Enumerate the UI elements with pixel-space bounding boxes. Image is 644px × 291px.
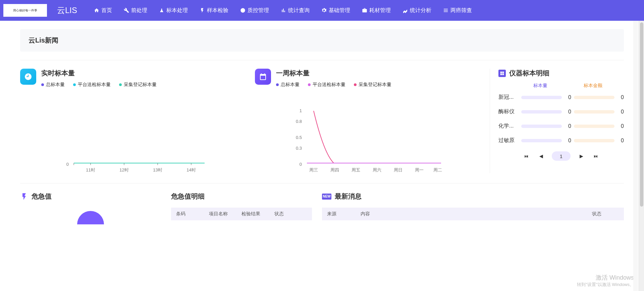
legend-item: 总标本量	[41, 82, 65, 88]
inst-name: 过敏原	[498, 137, 519, 144]
col-header: 状态	[274, 211, 307, 217]
list-icon	[443, 8, 448, 13]
amount-bar	[574, 125, 614, 128]
chart-legend: 总标本量 平台送检标本量 采集登记标本量	[276, 82, 480, 88]
logo: 用心做好每一件事	[3, 4, 47, 17]
instrument-row: 新冠... 0 0	[498, 94, 624, 101]
inst-name: 酶标仪	[498, 108, 519, 115]
col-header: 项目名称	[209, 211, 242, 217]
qty-val: 0	[565, 138, 571, 144]
nav-stats-analysis[interactable]: 统计分析	[402, 7, 431, 14]
brand-name: 云LIS	[57, 5, 77, 16]
donut-chart	[20, 208, 161, 224]
pager-prev-button[interactable]: ◀	[537, 152, 545, 160]
briefcase-icon	[362, 8, 367, 13]
x-tick: 14时	[186, 167, 196, 172]
legend-dot	[73, 83, 76, 86]
col-header: 内容	[361, 211, 592, 217]
calendar-icon	[255, 69, 271, 85]
nav-stats-query[interactable]: 统计查询	[281, 7, 310, 14]
qty-bar	[521, 110, 562, 114]
nav-home[interactable]: 首页	[94, 7, 112, 14]
x-tick: 周一	[415, 167, 424, 172]
qty-val: 0	[565, 109, 571, 115]
nav-label: 样本检验	[207, 7, 228, 14]
x-tick: 周五	[352, 167, 360, 172]
panel-header: 仪器标本明细	[498, 69, 624, 78]
nav-base-mgmt[interactable]: 基础管理	[321, 7, 350, 14]
clock-icon	[20, 69, 36, 85]
legend-label: 总标本量	[281, 82, 300, 88]
legend-item: 平台送检标本量	[308, 82, 345, 88]
logo-tagline: 用心做好每一件事	[13, 8, 37, 13]
instrument-row: 化学... 0 0	[498, 123, 624, 130]
bottom-row: 危急值 危急值明细 条码 项目名称 检验结果 状态 NEW 最新消息	[20, 184, 624, 224]
table-header: 来源 内容 状态	[322, 208, 624, 220]
chart-title-wrap: 一周标本量 总标本量 平台送检标本量 采集登记标本量	[276, 69, 480, 88]
vial-icon	[200, 8, 205, 13]
y-tick: 1	[300, 108, 302, 113]
pager-first-button[interactable]: ⏮	[522, 152, 530, 160]
nav-label: 首页	[101, 7, 112, 14]
section-title: 最新消息	[335, 192, 362, 201]
scroll-thumb[interactable]	[640, 22, 643, 207]
wrench-icon	[124, 8, 129, 13]
table-header: 条码 项目名称 检验结果 状态	[171, 208, 312, 220]
x-tick: 周日	[394, 167, 402, 172]
section-header: 危急值	[20, 192, 161, 201]
nav-label: 统计分析	[410, 7, 431, 14]
pager-last-button[interactable]: ⏭	[592, 152, 600, 160]
outer-scrollbar[interactable]	[639, 21, 644, 291]
nav-label: 质控管理	[248, 7, 269, 14]
pager-next-button[interactable]: ▶	[577, 152, 585, 160]
flask-icon	[159, 8, 164, 13]
nav-label: 耗材管理	[369, 7, 391, 14]
chart-icon	[402, 8, 408, 13]
charts-row: 实时标本量 总标本量 平台送检标本量 采集登记标本量 0 11时 12时 13时	[20, 60, 624, 184]
qty-val: 0	[565, 94, 571, 100]
box-icon	[498, 70, 506, 77]
pager-current: 1	[552, 151, 571, 161]
news-panel-title: 云Lis新闻	[29, 36, 615, 45]
panel-title: 仪器标本明细	[509, 69, 549, 78]
legend-item: 平台送检标本量	[73, 82, 111, 88]
legend-item: 采集登记标本量	[119, 82, 157, 88]
x-tick: 12时	[119, 167, 128, 172]
nav-consumables[interactable]: 耗材管理	[362, 7, 391, 14]
x-tick: 11时	[86, 167, 95, 172]
main-nav: 首页 前处理 标本处理 样本检验 质控管理 统计查询 基础管理 耗材管理	[94, 7, 641, 14]
instrument-headers: 标本量 标本金额	[498, 83, 624, 89]
critical-value-block: 危急值	[20, 192, 161, 224]
critical-detail-block: 危急值明细 条码 项目名称 检验结果 状态	[171, 192, 312, 224]
nav-label: 前处理	[131, 7, 147, 14]
nav-qc[interactable]: 质控管理	[240, 7, 269, 14]
section-header: 危急值明细	[171, 192, 312, 201]
weekly-chart: 1 0.8 0.5 0.3 0 周三 周四 周五 周六 周日 周一 周二	[255, 96, 480, 173]
legend-label: 总标本量	[46, 82, 65, 88]
nav-preprocess[interactable]: 前处理	[124, 7, 147, 14]
bars-icon	[281, 8, 286, 13]
inner-scrollbar[interactable]	[633, 21, 638, 291]
nav-label: 两癌筛查	[450, 7, 472, 14]
section-title: 危急值明细	[171, 192, 205, 201]
nav-label: 基础管理	[329, 7, 350, 14]
home-icon	[94, 8, 99, 13]
col-header: 条码	[176, 211, 209, 217]
legend-dot	[308, 83, 311, 86]
amount-val: 0	[617, 109, 624, 115]
nav-two-cancer[interactable]: 两癌筛查	[443, 7, 472, 14]
qty-bar	[521, 139, 562, 142]
x-tick: 13时	[153, 167, 162, 172]
instrument-row: 酶标仪 0 0	[498, 108, 624, 115]
x-tick: 周四	[330, 167, 339, 172]
legend-label: 平台送检标本量	[78, 82, 111, 88]
legend-label: 采集登记标本量	[359, 82, 391, 88]
legend-item: 总标本量	[276, 82, 300, 88]
chart-legend: 总标本量 平台送检标本量 采集登记标本量	[41, 82, 245, 88]
pager: ⏮ ◀ 1 ▶ ⏭	[498, 151, 624, 161]
chart-title: 实时标本量	[41, 69, 245, 78]
nav-sample-test[interactable]: 样本检验	[200, 7, 228, 14]
nav-label: 标本处理	[166, 7, 188, 14]
nav-specimen[interactable]: 标本处理	[159, 7, 188, 14]
section-header: NEW 最新消息	[322, 192, 624, 201]
